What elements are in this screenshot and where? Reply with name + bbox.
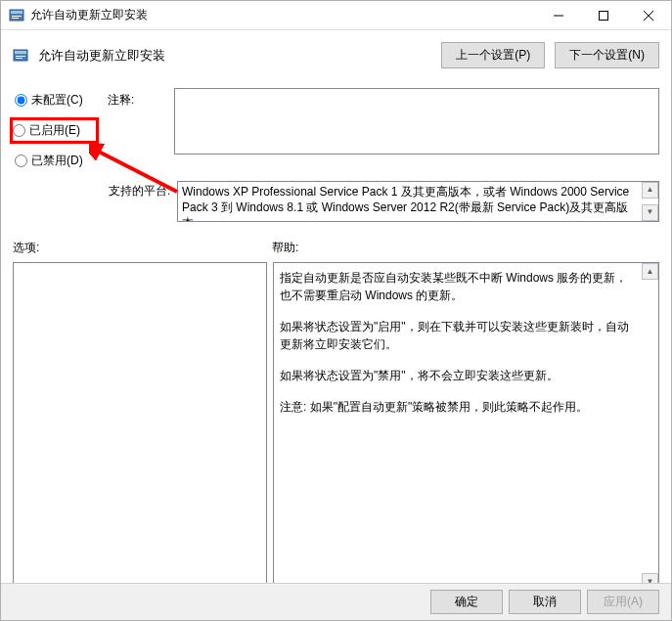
help-label: 帮助: (272, 240, 298, 256)
scroll-down-button[interactable]: ▼ (642, 204, 658, 221)
radio-enabled-input[interactable] (13, 124, 25, 137)
ok-button[interactable]: 确定 (430, 590, 503, 614)
radio-not-configured-input[interactable] (15, 94, 27, 107)
scroll-up-button[interactable]: ▲ (642, 182, 658, 199)
svg-rect-1 (11, 11, 22, 14)
radio-not-configured-label: 未配置(C) (31, 92, 83, 109)
window-title: 允许自动更新立即安装 (30, 7, 536, 23)
policy-title: 允许自动更新立即安装 (38, 47, 431, 65)
help-paragraph: 如果将状态设置为"禁用"，将不会立即安装这些更新。 (280, 367, 639, 384)
comment-label: 注释: (108, 88, 166, 171)
radio-enabled-label: 已启用(E) (29, 122, 80, 139)
prev-setting-button[interactable]: 上一个设置(P) (441, 42, 545, 68)
radio-disabled[interactable]: 已禁用(D) (13, 151, 96, 171)
radio-disabled-label: 已禁用(D) (31, 153, 83, 169)
svg-rect-9 (15, 51, 26, 54)
apply-button[interactable]: 应用(A) (587, 590, 659, 614)
radio-not-configured[interactable]: 未配置(C) (13, 90, 96, 111)
close-button[interactable] (626, 1, 671, 29)
svg-rect-11 (16, 58, 22, 59)
svg-rect-3 (12, 18, 19, 19)
cancel-button[interactable]: 取消 (509, 590, 581, 614)
options-panel (13, 262, 267, 591)
next-setting-button[interactable]: 下一个设置(N) (555, 42, 659, 68)
policy-icon (13, 48, 28, 64)
maximize-button[interactable] (581, 1, 626, 29)
platform-label: 支持的平台: (109, 181, 169, 222)
svg-rect-5 (600, 11, 608, 20)
app-icon (9, 8, 24, 23)
svg-rect-10 (16, 56, 25, 57)
svg-rect-2 (12, 16, 22, 17)
help-scroll-up-button[interactable]: ▲ (642, 263, 658, 280)
options-label: 选项: (13, 240, 272, 256)
platform-text: Windows XP Professional Service Pack 1 及… (177, 181, 659, 222)
radio-enabled[interactable]: 已启用(E) (10, 117, 99, 144)
minimize-button[interactable] (536, 1, 581, 29)
comment-input[interactable] (174, 88, 659, 155)
radio-disabled-input[interactable] (15, 155, 27, 167)
help-paragraph: 指定自动更新是否应自动安装某些既不中断 Windows 服务的更新，也不需要重启… (280, 269, 639, 304)
help-paragraph: 注意: 如果"配置自动更新"策略被禁用，则此策略不起作用。 (280, 398, 639, 416)
help-panel: 指定自动更新是否应自动安装某些既不中断 Windows 服务的更新，也不需要重启… (273, 262, 659, 591)
help-paragraph: 如果将状态设置为"启用"，则在下载并可以安装这些更新装时，自动更新将立即安装它们… (280, 318, 639, 353)
